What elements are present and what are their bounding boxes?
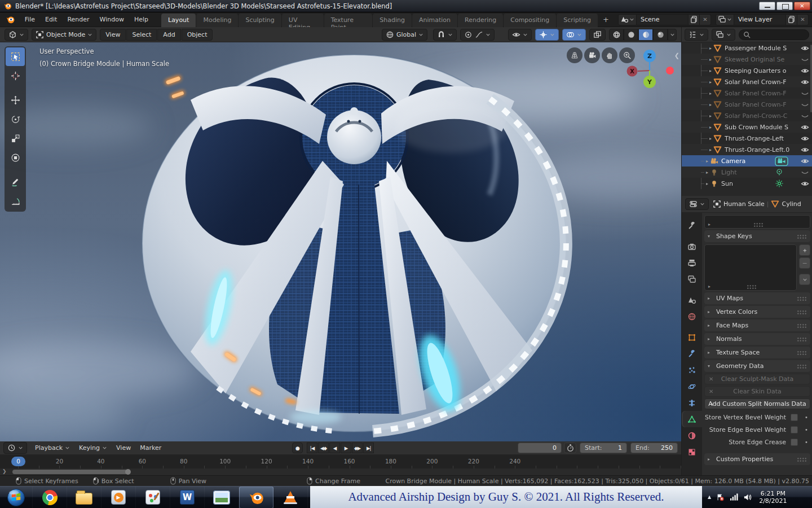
scrollbar-handle[interactable] — [12, 470, 130, 474]
taskbar-vlc-button[interactable] — [273, 487, 308, 508]
properties-tab-output[interactable] — [682, 255, 702, 271]
expand-arrow-icon[interactable]: ▸ — [708, 80, 713, 85]
expand-arrow-icon[interactable]: ▸ — [708, 57, 713, 62]
tool-measure[interactable] — [6, 192, 25, 211]
editor-type-dropdown[interactable] — [5, 29, 28, 41]
expand-arrow-icon[interactable]: ▸ — [708, 91, 713, 96]
taskbar-chrome-button[interactable] — [33, 487, 67, 508]
taskbar-photo-viewer-button[interactable] — [205, 487, 239, 508]
timeline-menu-playback[interactable]: Playback — [30, 443, 74, 453]
viewport-3d[interactable]: Z X Y User Perspective (0) Crown Bridge … — [0, 42, 681, 441]
expand-arrow-icon[interactable]: ▸ — [708, 46, 713, 51]
remove-shape-key-button[interactable]: − — [799, 257, 810, 269]
nav-zoom-view[interactable] — [619, 47, 635, 63]
outliner-item-sub-crown-module-s[interactable]: ▸Sub Crown Module S — [682, 121, 812, 133]
expand-arrow-icon[interactable]: ▸ — [704, 181, 710, 186]
checkbox[interactable] — [791, 426, 798, 433]
breadcrumb-object[interactable]: Human Scale — [723, 200, 765, 208]
keyframe-dot-icon[interactable]: • — [802, 427, 810, 433]
play-button[interactable]: ▶ — [341, 443, 351, 453]
expand-arrow-icon[interactable]: ▸ — [708, 113, 713, 119]
taskbar-start-button[interactable] — [0, 487, 33, 508]
taskbar-clock[interactable]: 6:21 PM 2/8/2021 — [759, 490, 787, 505]
hidden-eye-icon[interactable] — [801, 55, 809, 64]
hidden-eye-icon[interactable] — [801, 89, 809, 98]
shading-material-button[interactable] — [638, 29, 653, 41]
nav-camera-view[interactable] — [584, 47, 600, 63]
workspace-tab-rendering[interactable]: Rendering — [458, 14, 503, 27]
breadcrumb-data[interactable]: Cylind — [782, 200, 801, 208]
panel-grip[interactable] — [797, 364, 807, 369]
taskbar-word-button[interactable] — [170, 487, 205, 508]
expand-arrow-icon[interactable]: ▸ — [708, 125, 713, 130]
workspace-tab-modeling[interactable]: Modeling — [196, 14, 238, 27]
outliner-item-camera[interactable]: ▸Camera — [682, 155, 812, 167]
frame-end-field[interactable]: End:250 — [630, 443, 678, 453]
play-back-button[interactable]: ◀ — [329, 443, 340, 453]
workspace-tab-scripting[interactable]: Scripting — [557, 14, 598, 27]
button-add-custom-split-normals-data[interactable]: ＋Add Custom Split Normals Data — [704, 398, 810, 409]
snap-toggle[interactable] — [433, 29, 457, 41]
resize-grip[interactable] — [753, 222, 764, 227]
tool-cursor[interactable] — [6, 67, 25, 85]
taskbar-blender-button[interactable] — [239, 487, 273, 508]
properties-tab-modifiers[interactable] — [682, 345, 702, 362]
timeline-ruler[interactable]: 20406080100120140160180200220240 0 — [0, 455, 681, 468]
properties-tab-object-data[interactable] — [682, 411, 702, 427]
workspace-tab-texture-paint[interactable]: Texture Paint — [324, 14, 373, 27]
viewport-menu-add[interactable]: Add — [157, 29, 180, 41]
xray-toggle[interactable] — [589, 29, 606, 41]
visibility-eye-icon[interactable] — [801, 146, 809, 154]
properties-editor-dropdown[interactable] — [685, 198, 709, 210]
current-frame-field[interactable]: 0 — [518, 443, 562, 453]
checkbox[interactable] — [791, 414, 798, 421]
overlays-toggle[interactable] — [562, 29, 586, 41]
transform-orientation-dropdown[interactable]: Global — [382, 29, 427, 41]
panel-normals[interactable]: ▸Normals — [704, 333, 810, 345]
workspace-tab-layout[interactable]: Layout — [161, 14, 196, 27]
visibility-eye-icon[interactable] — [801, 78, 809, 86]
hidden-eye-icon[interactable] — [801, 100, 809, 109]
shading-rendered-button[interactable] — [653, 29, 668, 41]
panel-face-maps[interactable]: ▸Face Maps — [704, 319, 810, 331]
visibility-eye-icon[interactable] — [801, 44, 809, 52]
scene-name-field[interactable]: Scene — [637, 14, 689, 25]
mode-dropdown[interactable]: Object Mode — [32, 29, 96, 41]
minimize-button[interactable] — [759, 2, 775, 10]
panel-grip[interactable] — [797, 296, 807, 301]
expand-arrow-icon[interactable]: ▸ — [708, 136, 713, 141]
outliner-item-sun[interactable]: ▸Sun — [682, 178, 812, 189]
timeline-menu-view[interactable]: View — [112, 443, 135, 453]
blender-menu-icon[interactable] — [6, 15, 15, 24]
taskbar-explorer-button[interactable] — [67, 487, 102, 508]
outliner-item-solar-panel-crown-f[interactable]: ▸Solar Panel Crown-F — [682, 87, 812, 99]
taskbar-media-player-button[interactable] — [102, 487, 136, 508]
outliner-item-thrust-orange-left[interactable]: ▸Thrust-Orange-Left — [682, 133, 812, 144]
shading-wireframe-button[interactable] — [609, 29, 624, 41]
jump-start-button[interactable]: |◀ — [307, 443, 317, 453]
checkbox[interactable] — [791, 439, 798, 446]
jump-end-button[interactable]: ▶| — [363, 443, 374, 453]
view-layer-name-field[interactable]: View Layer — [734, 14, 786, 25]
expand-arrow-icon[interactable]: ▸ — [708, 147, 713, 152]
outliner-display-mode-dropdown[interactable] — [712, 29, 735, 41]
menu-edit[interactable]: Edit — [40, 14, 62, 25]
action-center-flag-icon[interactable] — [716, 493, 725, 501]
workspace-tab-compositing[interactable]: Compositing — [504, 14, 556, 27]
close-button[interactable] — [794, 2, 810, 10]
hidden-eye-icon[interactable] — [801, 112, 809, 120]
visibility-eye-icon[interactable] — [801, 134, 809, 143]
outliner-item-passenger-module-s[interactable]: ▸Passenger Module S — [682, 42, 812, 54]
panel-custom-properties[interactable]: ▸Custom Properties — [704, 453, 810, 465]
timeline-menu-marker[interactable]: Marker — [135, 443, 166, 453]
shape-keys-list[interactable]: ▸ — [704, 244, 797, 291]
maximize-button[interactable] — [776, 2, 793, 10]
panel-vertex-colors[interactable]: ▸Vertex Colors — [704, 306, 810, 318]
use-preview-range-button[interactable] — [564, 443, 576, 453]
panel-grip[interactable] — [797, 310, 807, 314]
properties-tab-world[interactable] — [682, 308, 702, 325]
timeline-menu-keying[interactable]: Keying — [74, 443, 112, 453]
viewport-menu-view[interactable]: View — [100, 29, 126, 41]
workspace-tab-uv-editing[interactable]: UV Editing — [282, 14, 324, 27]
outliner-item-skewed-original-se[interactable]: ▸Skewed Original Se — [682, 54, 812, 65]
